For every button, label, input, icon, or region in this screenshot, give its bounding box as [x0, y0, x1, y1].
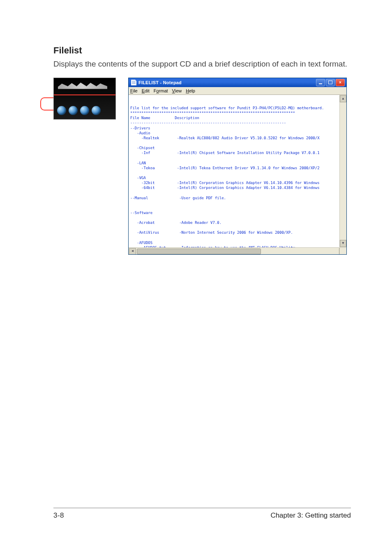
notepad-window: FILELIST - Notepad × File Edit Format Vi…	[128, 78, 347, 255]
chapter-label: Chapter 3: Getting started	[270, 511, 351, 520]
menu-edit[interactable]: Edit	[142, 88, 150, 93]
section-body: Displays the contents of the support CD …	[53, 59, 351, 69]
resize-grip-icon[interactable]	[340, 248, 346, 254]
page-footer: 3-8 Chapter 3: Getting started	[53, 508, 351, 520]
menu-view[interactable]: View	[172, 88, 182, 93]
figure-row: FILELIST - Notepad × File Edit Format Vi…	[53, 78, 351, 255]
orb-icon	[69, 106, 78, 115]
scrollbar-thumb[interactable]	[137, 249, 261, 254]
orb-icon	[57, 106, 66, 115]
asus-logo	[58, 81, 107, 91]
notepad-icon	[131, 80, 136, 85]
section-heading: Filelist	[53, 45, 351, 56]
scrollbar-horizontal[interactable]: ◀ ▶	[129, 247, 346, 254]
menubar[interactable]: File Edit Format View Help	[129, 87, 346, 95]
scroll-down-icon[interactable]: ▼	[340, 240, 346, 247]
notepad-text[interactable]: File list for the included support softw…	[130, 106, 345, 254]
scrollbar-vertical[interactable]: ▲ ▼	[339, 95, 346, 247]
orb-icon	[92, 106, 101, 115]
window-title: FILELIST - Notepad	[138, 80, 182, 85]
callout-line	[54, 94, 115, 95]
menu-format[interactable]: Format	[154, 88, 168, 93]
menu-help[interactable]: Help	[186, 88, 195, 93]
cd-menu-thumbnail	[53, 78, 116, 120]
page-number: 3-8	[53, 511, 64, 520]
menu-file[interactable]: File	[130, 88, 138, 93]
orb-icon	[80, 106, 89, 115]
notepad-client-area[interactable]: File list for the included support softw…	[129, 95, 346, 254]
scroll-up-icon[interactable]: ▲	[340, 95, 346, 102]
window-minimize-button[interactable]	[316, 79, 325, 86]
callout-rect	[40, 97, 55, 111]
window-maximize-button[interactable]	[326, 79, 335, 86]
scroll-left-icon[interactable]: ◀	[129, 248, 136, 254]
window-titlebar[interactable]: FILELIST - Notepad ×	[129, 78, 346, 87]
window-close-button[interactable]: ×	[336, 79, 345, 86]
